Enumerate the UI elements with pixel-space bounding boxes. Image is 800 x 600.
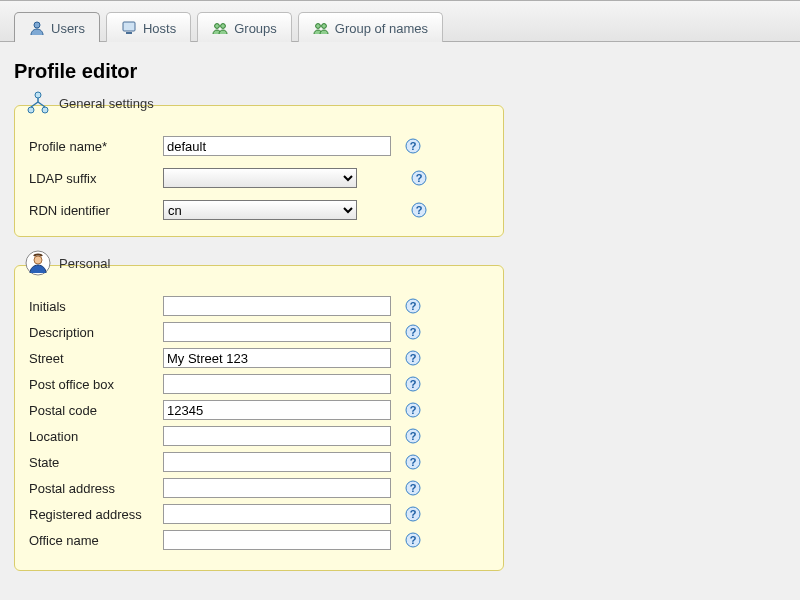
tab-label: Users xyxy=(51,21,85,36)
legend-label: Personal xyxy=(59,256,110,271)
personal-row-location: Location? xyxy=(29,426,489,446)
office_name-input[interactable] xyxy=(163,530,391,550)
svg-point-9 xyxy=(42,107,48,113)
personal-row-street: Street? xyxy=(29,348,489,368)
help-icon[interactable]: ? xyxy=(405,428,421,444)
ldap-suffix-select[interactable] xyxy=(163,168,357,188)
tab-label: Group of names xyxy=(335,21,428,36)
svg-rect-1 xyxy=(123,22,135,31)
postal_address-input[interactable] xyxy=(163,478,391,498)
location-input[interactable] xyxy=(163,426,391,446)
svg-text:?: ? xyxy=(410,140,417,152)
help-icon[interactable]: ? xyxy=(405,454,421,470)
svg-text:?: ? xyxy=(410,404,417,416)
help-icon[interactable]: ? xyxy=(405,350,421,366)
svg-point-8 xyxy=(28,107,34,113)
svg-text:?: ? xyxy=(410,482,417,494)
description-input[interactable] xyxy=(163,322,391,342)
profile-name-label: Profile name* xyxy=(29,139,157,154)
tab-hosts[interactable]: Hosts xyxy=(106,12,191,42)
svg-point-17 xyxy=(34,256,42,264)
svg-rect-2 xyxy=(126,32,132,34)
tab-bar: Users Hosts Groups Group of names xyxy=(0,0,800,42)
svg-point-7 xyxy=(35,92,41,98)
tab-groups[interactable]: Groups xyxy=(197,12,292,42)
street-label: Street xyxy=(29,351,157,366)
ldap-suffix-label: LDAP suffix xyxy=(29,171,157,186)
post_office_box-input[interactable] xyxy=(163,374,391,394)
personal-row-office_name: Office name? xyxy=(29,530,489,550)
personal-legend: Personal xyxy=(21,250,114,276)
personal-row-postal_address: Postal address? xyxy=(29,478,489,498)
svg-text:?: ? xyxy=(410,378,417,390)
svg-text:?: ? xyxy=(410,352,417,364)
help-icon[interactable]: ? xyxy=(405,138,421,154)
svg-text:?: ? xyxy=(410,456,417,468)
tab-group-of-names[interactable]: Group of names xyxy=(298,12,443,42)
svg-text:?: ? xyxy=(416,172,423,184)
general-settings-section: General settings Profile name* ? LDAP su… xyxy=(14,105,504,237)
svg-text:?: ? xyxy=(410,326,417,338)
svg-point-0 xyxy=(34,22,40,28)
svg-point-3 xyxy=(215,24,220,29)
personal-row-postal_code: Postal code? xyxy=(29,400,489,420)
rdn-identifier-label: RDN identifier xyxy=(29,203,157,218)
help-icon[interactable]: ? xyxy=(405,376,421,392)
help-icon[interactable]: ? xyxy=(411,202,427,218)
office_name-label: Office name xyxy=(29,533,157,548)
svg-point-4 xyxy=(221,24,226,29)
profile-name-input[interactable] xyxy=(163,136,391,156)
initials-input[interactable] xyxy=(163,296,391,316)
personal-row-registered_address: Registered address? xyxy=(29,504,489,524)
personal-row-post_office_box: Post office box? xyxy=(29,374,489,394)
tab-label: Groups xyxy=(234,21,277,36)
help-icon[interactable]: ? xyxy=(405,298,421,314)
user-icon xyxy=(29,20,45,36)
registered_address-input[interactable] xyxy=(163,504,391,524)
settings-tree-icon xyxy=(25,90,51,116)
postal_code-input[interactable] xyxy=(163,400,391,420)
tab-label: Hosts xyxy=(143,21,176,36)
personal-section: Personal Initials?Description?Street?Pos… xyxy=(14,265,504,571)
postal_code-label: Postal code xyxy=(29,403,157,418)
group-names-icon xyxy=(313,20,329,36)
postal_address-label: Postal address xyxy=(29,481,157,496)
help-icon[interactable]: ? xyxy=(405,402,421,418)
tab-users[interactable]: Users xyxy=(14,12,100,42)
state-label: State xyxy=(29,455,157,470)
svg-text:?: ? xyxy=(410,534,417,546)
location-label: Location xyxy=(29,429,157,444)
help-icon[interactable]: ? xyxy=(405,532,421,548)
svg-text:?: ? xyxy=(410,300,417,312)
help-icon[interactable]: ? xyxy=(405,506,421,522)
page-title: Profile editor xyxy=(14,60,786,83)
initials-label: Initials xyxy=(29,299,157,314)
street-input[interactable] xyxy=(163,348,391,368)
svg-point-6 xyxy=(321,24,326,29)
personal-row-initials: Initials? xyxy=(29,296,489,316)
svg-point-5 xyxy=(315,24,320,29)
group-icon xyxy=(212,20,228,36)
host-icon xyxy=(121,20,137,36)
help-icon[interactable]: ? xyxy=(411,170,427,186)
legend-label: General settings xyxy=(59,96,154,111)
personal-row-state: State? xyxy=(29,452,489,472)
svg-text:?: ? xyxy=(416,204,423,216)
help-icon[interactable]: ? xyxy=(405,324,421,340)
rdn-identifier-select[interactable]: cn xyxy=(163,200,357,220)
post_office_box-label: Post office box xyxy=(29,377,157,392)
person-icon xyxy=(25,250,51,276)
state-input[interactable] xyxy=(163,452,391,472)
general-settings-legend: General settings xyxy=(21,90,158,116)
registered_address-label: Registered address xyxy=(29,507,157,522)
description-label: Description xyxy=(29,325,157,340)
help-icon[interactable]: ? xyxy=(405,480,421,496)
svg-text:?: ? xyxy=(410,430,417,442)
personal-row-description: Description? xyxy=(29,322,489,342)
svg-text:?: ? xyxy=(410,508,417,520)
